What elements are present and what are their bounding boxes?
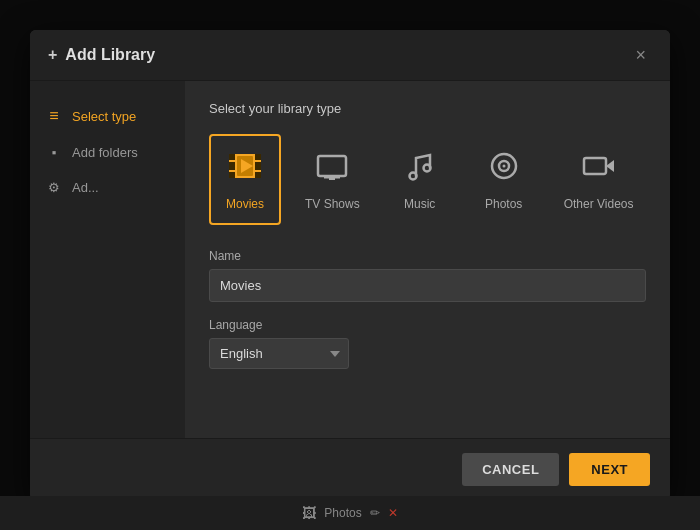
name-label: Name	[209, 249, 646, 263]
photos-icon	[486, 148, 522, 189]
sidebar-item-add-folders[interactable]: ▪ Add folders	[30, 135, 185, 170]
svg-rect-3	[255, 154, 261, 160]
dialog-footer: CANCEL NEXT	[30, 438, 670, 500]
other-videos-icon	[581, 148, 617, 189]
advanced-icon: ⚙	[46, 180, 62, 195]
film-strip-icon	[227, 148, 263, 184]
library-type-movies[interactable]: Movies	[209, 134, 281, 225]
music-label: Music	[404, 197, 435, 211]
svg-point-17	[502, 165, 505, 168]
library-type-other-videos[interactable]: Other Videos	[552, 134, 646, 225]
language-field-group: Language English French German Spanish J…	[209, 318, 646, 369]
svg-rect-6	[229, 162, 235, 170]
svg-rect-10	[318, 156, 346, 176]
svg-rect-5	[255, 172, 261, 178]
movies-icon	[227, 148, 263, 189]
name-input[interactable]	[209, 269, 646, 302]
taskbar: 🖼 Photos ✏ ✕	[0, 496, 700, 530]
sidebar-item-label-add-folders: Add folders	[72, 145, 138, 160]
section-title: Select your library type	[209, 101, 646, 116]
taskbar-label: Photos	[324, 506, 361, 520]
svg-rect-7	[255, 162, 261, 170]
svg-rect-2	[229, 154, 235, 160]
select-type-icon: ≡	[46, 107, 62, 125]
dialog-titlebar: + Add Library ×	[30, 30, 670, 81]
music-icon	[402, 148, 438, 189]
main-content: Select your library type	[185, 81, 670, 438]
sidebar-item-advanced[interactable]: ⚙ Ad...	[30, 170, 185, 205]
sidebar: ≡ Select type ▪ Add folders ⚙ Ad...	[30, 81, 185, 438]
other-videos-label: Other Videos	[564, 197, 634, 211]
dialog-body: ≡ Select type ▪ Add folders ⚙ Ad... Sele…	[30, 81, 670, 438]
tv-icon	[314, 148, 350, 189]
dialog-title: + Add Library	[48, 46, 155, 64]
svg-rect-4	[229, 172, 235, 178]
svg-rect-18	[584, 158, 606, 174]
library-type-tv-shows[interactable]: TV Shows	[293, 134, 372, 225]
taskbar-pencil-icon: ✏	[370, 506, 380, 520]
next-button[interactable]: NEXT	[569, 453, 650, 486]
movies-label: Movies	[226, 197, 264, 211]
svg-rect-12	[329, 178, 335, 180]
svg-point-13	[409, 173, 416, 180]
add-library-dialog: + Add Library × ≡ Select type ▪ Add fold…	[30, 30, 670, 500]
library-types-container: Movies TV Shows	[209, 134, 646, 225]
close-button[interactable]: ×	[629, 44, 652, 66]
svg-point-14	[423, 165, 430, 172]
cancel-button[interactable]: CANCEL	[462, 453, 559, 486]
library-type-music[interactable]: Music	[384, 134, 456, 225]
name-field-group: Name	[209, 249, 646, 302]
photos-label: Photos	[485, 197, 522, 211]
tv-shows-label: TV Shows	[305, 197, 360, 211]
taskbar-photos-icon: 🖼	[302, 505, 316, 521]
sidebar-item-label-advanced: Ad...	[72, 180, 99, 195]
title-plus-icon: +	[48, 46, 57, 64]
library-type-photos[interactable]: Photos	[468, 134, 540, 225]
language-label: Language	[209, 318, 646, 332]
dialog-title-text: Add Library	[65, 46, 155, 64]
sidebar-item-label-select-type: Select type	[72, 109, 136, 124]
sidebar-item-select-type[interactable]: ≡ Select type	[30, 97, 185, 135]
dialog-overlay: + Add Library × ≡ Select type ▪ Add fold…	[0, 0, 700, 530]
language-select[interactable]: English French German Spanish Japanese	[209, 338, 349, 369]
add-folders-icon: ▪	[46, 145, 62, 160]
taskbar-close-icon[interactable]: ✕	[388, 506, 398, 520]
